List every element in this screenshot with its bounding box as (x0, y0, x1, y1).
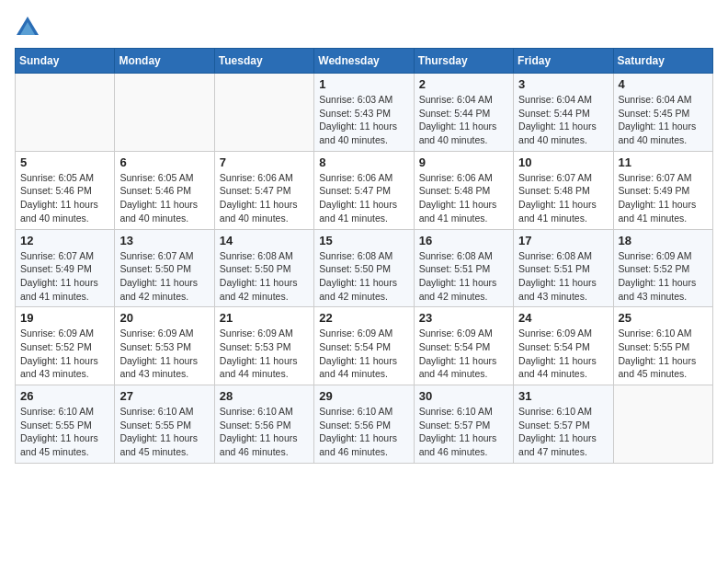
day-info: Sunrise: 6:09 AM Sunset: 5:53 PM Dayligh… (220, 327, 309, 381)
calendar-week-row: 19Sunrise: 6:09 AM Sunset: 5:52 PM Dayli… (16, 307, 713, 385)
day-number: 23 (419, 311, 508, 325)
calendar-cell: 14Sunrise: 6:08 AM Sunset: 5:50 PM Dayli… (214, 229, 313, 307)
logo (15, 15, 44, 40)
day-number: 13 (119, 234, 209, 247)
calendar-cell (115, 74, 214, 152)
day-info: Sunrise: 6:09 AM Sunset: 5:53 PM Dayligh… (119, 327, 209, 381)
day-number: 14 (220, 234, 309, 247)
day-info: Sunrise: 6:10 AM Sunset: 5:55 PM Dayligh… (119, 405, 209, 459)
day-number: 22 (319, 311, 408, 325)
day-number: 8 (319, 155, 408, 169)
calendar-cell: 19Sunrise: 6:09 AM Sunset: 5:52 PM Dayli… (16, 307, 115, 385)
calendar-cell: 27Sunrise: 6:10 AM Sunset: 5:55 PM Dayli… (115, 385, 214, 464)
calendar-cell: 8Sunrise: 6:06 AM Sunset: 5:47 PM Daylig… (314, 151, 414, 229)
calendar-cell: 2Sunrise: 6:04 AM Sunset: 5:44 PM Daylig… (414, 74, 513, 152)
calendar-week-row: 26Sunrise: 6:10 AM Sunset: 5:55 PM Dayli… (16, 385, 713, 464)
calendar-cell: 31Sunrise: 6:10 AM Sunset: 5:57 PM Dayli… (514, 385, 613, 464)
day-info: Sunrise: 6:09 AM Sunset: 5:54 PM Dayligh… (419, 327, 508, 381)
day-number: 9 (419, 155, 508, 169)
day-number: 21 (220, 311, 309, 325)
day-number: 2 (419, 77, 508, 91)
day-info: Sunrise: 6:09 AM Sunset: 5:52 PM Dayligh… (619, 249, 708, 304)
day-info: Sunrise: 6:06 AM Sunset: 5:48 PM Dayligh… (419, 171, 508, 225)
calendar-cell: 6Sunrise: 6:05 AM Sunset: 5:46 PM Daylig… (115, 151, 214, 229)
calendar-cell: 24Sunrise: 6:09 AM Sunset: 5:54 PM Dayli… (514, 307, 613, 385)
calendar-cell: 4Sunrise: 6:04 AM Sunset: 5:45 PM Daylig… (613, 74, 712, 152)
calendar-week-row: 5Sunrise: 6:05 AM Sunset: 5:46 PM Daylig… (16, 151, 713, 229)
day-info: Sunrise: 6:10 AM Sunset: 5:57 PM Dayligh… (518, 405, 608, 459)
calendar-cell: 28Sunrise: 6:10 AM Sunset: 5:56 PM Dayli… (214, 385, 313, 464)
day-number: 16 (419, 234, 508, 247)
day-number: 29 (319, 389, 408, 403)
day-info: Sunrise: 6:05 AM Sunset: 5:46 PM Dayligh… (20, 171, 109, 225)
column-header-thursday: Thursday (414, 49, 513, 74)
calendar-cell: 1Sunrise: 6:03 AM Sunset: 5:43 PM Daylig… (314, 74, 414, 152)
day-info: Sunrise: 6:10 AM Sunset: 5:56 PM Dayligh… (319, 405, 408, 459)
calendar-cell: 23Sunrise: 6:09 AM Sunset: 5:54 PM Dayli… (414, 307, 513, 385)
column-header-wednesday: Wednesday (314, 49, 414, 74)
day-info: Sunrise: 6:03 AM Sunset: 5:43 PM Dayligh… (319, 93, 408, 147)
calendar-table: SundayMondayTuesdayWednesdayThursdayFrid… (15, 48, 713, 464)
day-number: 1 (319, 77, 408, 91)
calendar-header-row: SundayMondayTuesdayWednesdayThursdayFrid… (16, 49, 713, 74)
calendar-cell (16, 74, 115, 152)
calendar-cell: 9Sunrise: 6:06 AM Sunset: 5:48 PM Daylig… (414, 151, 513, 229)
logo-icon (15, 15, 40, 40)
day-number: 3 (518, 77, 608, 91)
day-info: Sunrise: 6:05 AM Sunset: 5:46 PM Dayligh… (119, 171, 209, 225)
day-number: 10 (518, 155, 608, 169)
calendar-cell: 15Sunrise: 6:08 AM Sunset: 5:50 PM Dayli… (314, 229, 414, 307)
day-info: Sunrise: 6:07 AM Sunset: 5:49 PM Dayligh… (619, 171, 708, 225)
day-number: 11 (619, 155, 708, 169)
day-info: Sunrise: 6:06 AM Sunset: 5:47 PM Dayligh… (319, 171, 408, 225)
day-info: Sunrise: 6:04 AM Sunset: 5:45 PM Dayligh… (619, 93, 708, 147)
calendar-cell: 30Sunrise: 6:10 AM Sunset: 5:57 PM Dayli… (414, 385, 513, 464)
calendar-cell: 3Sunrise: 6:04 AM Sunset: 5:44 PM Daylig… (514, 74, 613, 152)
day-info: Sunrise: 6:09 AM Sunset: 5:54 PM Dayligh… (518, 327, 608, 381)
day-info: Sunrise: 6:06 AM Sunset: 5:47 PM Dayligh… (220, 171, 309, 225)
day-info: Sunrise: 6:07 AM Sunset: 5:49 PM Dayligh… (20, 249, 109, 304)
column-header-saturday: Saturday (613, 49, 712, 74)
calendar-cell: 22Sunrise: 6:09 AM Sunset: 5:54 PM Dayli… (314, 307, 414, 385)
day-info: Sunrise: 6:07 AM Sunset: 5:48 PM Dayligh… (518, 171, 608, 225)
day-number: 25 (619, 311, 708, 325)
calendar-cell (613, 385, 712, 464)
day-number: 28 (220, 389, 309, 403)
day-number: 7 (220, 155, 309, 169)
calendar-cell: 29Sunrise: 6:10 AM Sunset: 5:56 PM Dayli… (314, 385, 414, 464)
day-info: Sunrise: 6:04 AM Sunset: 5:44 PM Dayligh… (518, 93, 608, 147)
calendar-cell (214, 74, 313, 152)
day-info: Sunrise: 6:08 AM Sunset: 5:50 PM Dayligh… (319, 249, 408, 304)
calendar-cell: 26Sunrise: 6:10 AM Sunset: 5:55 PM Dayli… (16, 385, 115, 464)
day-number: 15 (319, 234, 408, 247)
calendar-cell: 12Sunrise: 6:07 AM Sunset: 5:49 PM Dayli… (16, 229, 115, 307)
day-info: Sunrise: 6:10 AM Sunset: 5:55 PM Dayligh… (20, 405, 109, 459)
column-header-sunday: Sunday (16, 49, 115, 74)
day-number: 5 (20, 155, 109, 169)
day-info: Sunrise: 6:10 AM Sunset: 5:55 PM Dayligh… (619, 327, 708, 381)
day-info: Sunrise: 6:10 AM Sunset: 5:56 PM Dayligh… (220, 405, 309, 459)
calendar-cell: 20Sunrise: 6:09 AM Sunset: 5:53 PM Dayli… (115, 307, 214, 385)
calendar-cell: 5Sunrise: 6:05 AM Sunset: 5:46 PM Daylig… (16, 151, 115, 229)
day-number: 17 (518, 234, 608, 247)
day-info: Sunrise: 6:04 AM Sunset: 5:44 PM Dayligh… (419, 93, 508, 147)
day-info: Sunrise: 6:10 AM Sunset: 5:57 PM Dayligh… (419, 405, 508, 459)
column-header-monday: Monday (115, 49, 214, 74)
column-header-tuesday: Tuesday (214, 49, 313, 74)
day-number: 6 (119, 155, 209, 169)
calendar-cell: 13Sunrise: 6:07 AM Sunset: 5:50 PM Dayli… (115, 229, 214, 307)
calendar-cell: 11Sunrise: 6:07 AM Sunset: 5:49 PM Dayli… (613, 151, 712, 229)
column-header-friday: Friday (514, 49, 613, 74)
calendar-cell: 7Sunrise: 6:06 AM Sunset: 5:47 PM Daylig… (214, 151, 313, 229)
calendar-cell: 10Sunrise: 6:07 AM Sunset: 5:48 PM Dayli… (514, 151, 613, 229)
day-info: Sunrise: 6:08 AM Sunset: 5:50 PM Dayligh… (220, 249, 309, 304)
day-number: 24 (518, 311, 608, 325)
day-number: 19 (20, 311, 109, 325)
day-number: 31 (518, 389, 608, 403)
day-info: Sunrise: 6:09 AM Sunset: 5:52 PM Dayligh… (20, 327, 109, 381)
day-number: 12 (20, 234, 109, 247)
day-info: Sunrise: 6:09 AM Sunset: 5:54 PM Dayligh… (319, 327, 408, 381)
calendar-cell: 21Sunrise: 6:09 AM Sunset: 5:53 PM Dayli… (214, 307, 313, 385)
day-info: Sunrise: 6:08 AM Sunset: 5:51 PM Dayligh… (518, 249, 608, 304)
day-number: 20 (119, 311, 209, 325)
